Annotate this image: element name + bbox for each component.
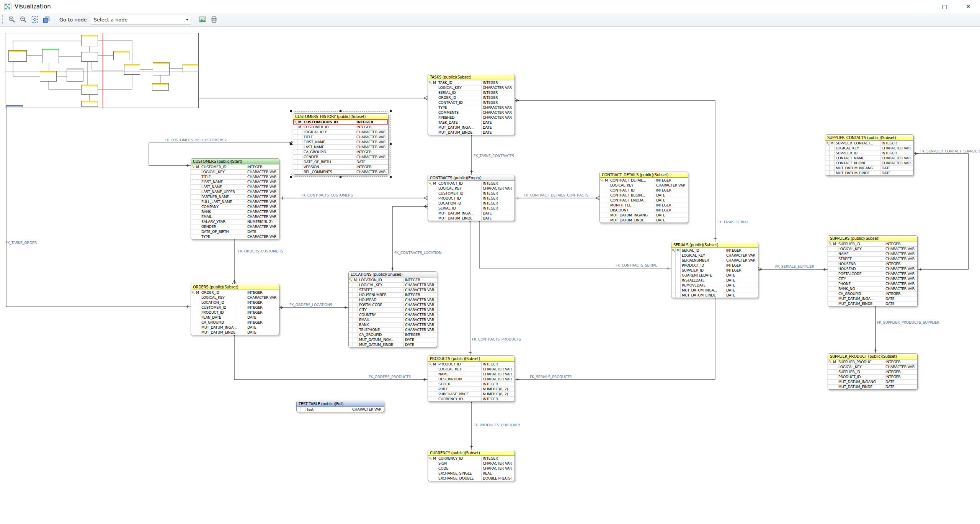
column-row[interactable]: CONTRACT_ENDDA...DATE xyxy=(600,198,688,203)
column-row[interactable]: LOGICAL_KEYCHARACTER VAR xyxy=(828,246,917,251)
column-row[interactable]: BANK_NOCHARACTER VAR xyxy=(828,286,917,291)
column-row[interactable]: PARTNER_NAMECHARACTER VAR xyxy=(191,194,279,199)
toolbar-grip[interactable] xyxy=(2,15,4,24)
minimize-button[interactable]: – xyxy=(909,0,933,13)
column-row[interactable]: CA_GROUPIDINTEGER xyxy=(349,332,437,337)
selection-handle[interactable] xyxy=(290,176,292,178)
column-row[interactable]: MUT_DATUM_INGA...DATE xyxy=(428,125,514,130)
column-row[interactable]: MUT_DATUM_EINDEDATE xyxy=(671,293,758,298)
column-row[interactable]: LOCATION_IDINTEGER xyxy=(191,300,279,305)
column-row[interactable]: CITYCHARACTER VAR xyxy=(349,307,437,312)
selection-handle[interactable] xyxy=(340,176,341,178)
column-row[interactable]: testCHARACTER VAR xyxy=(297,407,384,412)
column-row[interactable]: CA_GROUPIDINTEGER xyxy=(828,291,917,296)
column-row[interactable]: EXCHANGE_SINGLEREAL xyxy=(428,471,514,476)
column-row[interactable]: MLOCATION_IDINTEGER xyxy=(349,277,437,282)
zoom-out-icon[interactable] xyxy=(18,15,28,25)
column-row[interactable]: SUPPLIER_IDINTEGER xyxy=(828,369,917,374)
column-row[interactable]: LAST_NAMECHARACTER VAR xyxy=(191,184,279,189)
column-row[interactable]: MUT_DATUM_INGANGDATE xyxy=(828,379,917,384)
column-row[interactable]: MUT_DATUM_EINDEDATE xyxy=(428,130,514,135)
column-row[interactable]: HOUSENRINTEGER xyxy=(828,261,917,266)
print-icon[interactable] xyxy=(209,15,219,25)
column-row[interactable]: TITLECHARACTER VAR xyxy=(191,174,279,179)
column-row[interactable]: CONTRACT_IDINTEGER xyxy=(600,188,688,193)
column-row[interactable]: LOGICAL_KEYCHARACTER VAR xyxy=(191,295,279,300)
column-row[interactable]: PHONECHARACTER VAR xyxy=(828,281,917,286)
column-row[interactable]: MCONTRACT_IDINTEGER xyxy=(428,181,514,186)
column-row[interactable]: LAST_NAME_UPPERCHARACTER VAR xyxy=(191,189,279,194)
column-row[interactable]: MCONTRACT_DETAIL...INTEGER xyxy=(600,178,688,183)
table-test-table[interactable]: TEST TABLE (public)(Full)testCHARACTER V… xyxy=(296,401,384,412)
column-row[interactable]: MSERIAL_IDINTEGER xyxy=(671,248,758,253)
column-row[interactable]: PRICENUMERIC(8, 2) xyxy=(428,386,514,391)
column-row[interactable]: GENDERCHARACTER VAR xyxy=(191,224,279,229)
column-row[interactable]: TITLECHARACTER VAR xyxy=(293,134,388,139)
table-tasks[interactable]: TASKS (public)(Subset)MTASK_IDINTEGERLOG… xyxy=(428,74,515,135)
table-customers-history[interactable]: CUSTOMERS_HISTORY (public)(Subset)MCUSTO… xyxy=(293,113,389,175)
column-row[interactable]: STREETCHARACTER VAR xyxy=(349,287,437,292)
column-row[interactable]: HOUSEADCHARACTER VAR xyxy=(349,297,437,302)
column-row[interactable]: MCURRENCY_IDINTEGER xyxy=(428,456,514,461)
column-row[interactable]: CA_GROUPIDINTEGER xyxy=(191,320,279,325)
column-row[interactable]: TASK_DATEDATE xyxy=(428,120,514,125)
column-row[interactable]: CODECHARACTER VAR xyxy=(428,466,514,471)
column-row[interactable]: LOGICAL_KEYCHARACTER VAR xyxy=(828,364,917,369)
column-row[interactable]: LOGICAL_KEYCHARACTER VAR xyxy=(293,129,388,134)
column-row[interactable]: CUSTOMER_IDINTEGER xyxy=(428,191,514,196)
column-row[interactable]: TELEPHONECHARACTER VAR xyxy=(349,327,437,332)
column-row[interactable]: MUT_DATUM_EINDEDATE xyxy=(828,384,917,389)
column-row[interactable]: MUT_DATUM_EINDEDATE xyxy=(828,301,917,306)
column-row[interactable]: HOUSEADCHARACTER VAR xyxy=(828,266,917,271)
selection-handle[interactable] xyxy=(290,143,292,145)
column-row[interactable]: POSTALCODECHARACTER VAR xyxy=(828,271,917,276)
column-row[interactable]: DATE_OF_BIRTHDATE xyxy=(191,229,279,234)
column-row[interactable]: MUT_DATUM_INGANGDATE xyxy=(825,165,913,170)
column-row[interactable]: LOGICAL_KEYCHARACTER VAR xyxy=(428,85,514,90)
table-contracts[interactable]: CONTRACTS (public)(Empty)MCONTRACT_IDINT… xyxy=(428,175,515,221)
column-row[interactable]: COMPANYCHARACTER VAR xyxy=(191,204,279,209)
column-row[interactable]: CITYCHARACTER VAR xyxy=(828,276,917,281)
table-orders[interactable]: ORDERS (public)(Subset)MORDER_IDINTEGERL… xyxy=(191,284,279,335)
column-row[interactable]: TYPECHARACTER VAR xyxy=(191,234,279,239)
cascade-windows-icon[interactable] xyxy=(41,15,51,25)
selection-handle[interactable] xyxy=(390,110,392,112)
column-row[interactable]: REMOVEDATEDATE xyxy=(671,283,758,288)
column-row[interactable]: FINISHEDCHARACTER VAR xyxy=(428,115,514,120)
dropdown-arrow-icon[interactable] xyxy=(184,15,191,24)
selection-handle[interactable] xyxy=(390,176,392,178)
column-row[interactable]: SALARY_YEARNUMERIC(8, 2) xyxy=(191,219,279,224)
column-row[interactable]: MTASK_IDINTEGER xyxy=(428,80,514,85)
column-row[interactable]: PRODUCT_IDINTEGER xyxy=(191,310,279,315)
zoom-in-icon[interactable] xyxy=(7,15,17,25)
column-row[interactable]: MUT_DATUM_EINDEDATE xyxy=(349,342,437,347)
table-currency[interactable]: CURRENCY (public)(Subset)MCURRENCY_IDINT… xyxy=(428,450,515,481)
column-row[interactable]: TYPECHARACTER VAR xyxy=(428,105,514,110)
column-row[interactable]: INSTALLDATEDATE xyxy=(671,278,758,283)
column-row[interactable]: SERIAL_IDINTEGER xyxy=(428,90,514,95)
table-locations[interactable]: LOCATIONS (public)(Unused)MLOCATION_IDIN… xyxy=(348,271,437,347)
column-row[interactable]: CURRENCY_IDINTEGER xyxy=(428,396,514,401)
column-row[interactable]: MCUSTOMER_IDINTEGER xyxy=(293,124,388,129)
column-row[interactable]: COUNTRYCHARACTER VAR xyxy=(349,312,437,317)
selection-handle[interactable] xyxy=(340,110,341,112)
column-row[interactable]: NAMECHARACTER VAR xyxy=(828,251,917,256)
column-row[interactable]: LOGICAL_KEYCHARACTER VAR xyxy=(825,146,913,151)
overview-minimap[interactable] xyxy=(5,33,199,108)
column-row[interactable]: MUT_DATUM_EINDEDATE xyxy=(600,218,688,223)
column-row[interactable]: EMAILCHARACTER VAR xyxy=(349,317,437,322)
column-row[interactable]: CONTRACT_BEGIN...DATE xyxy=(600,193,688,198)
column-row[interactable]: SUPPLIER_IDINTEGER xyxy=(671,268,758,273)
column-row[interactable]: STOCKINTEGER xyxy=(428,382,514,386)
column-row[interactable]: MSUPPLIER_IDINTEGER xyxy=(828,241,917,246)
column-row[interactable]: EMAILCHARACTER VAR xyxy=(191,214,279,219)
column-row[interactable]: CONTRACT_IDINTEGER xyxy=(428,100,514,105)
column-row[interactable]: PURCHASE_PRICENUMERIC(8, 2) xyxy=(428,391,514,396)
column-row[interactable]: LOGICAL_KEYCHARACTER VAR xyxy=(191,169,279,174)
column-row[interactable]: MUT_DATUM_EINDEDATE xyxy=(191,330,279,335)
column-row[interactable]: FULL_LAST_NAMECHARACTER VAR xyxy=(191,199,279,204)
column-row[interactable]: LOGICAL_KEYCHARACTER VAR xyxy=(671,253,758,258)
fit-to-window-icon[interactable] xyxy=(30,15,40,25)
selection-handle[interactable] xyxy=(390,143,392,145)
column-row[interactable]: MUT_DATUM_INGA...DATE xyxy=(671,288,758,293)
